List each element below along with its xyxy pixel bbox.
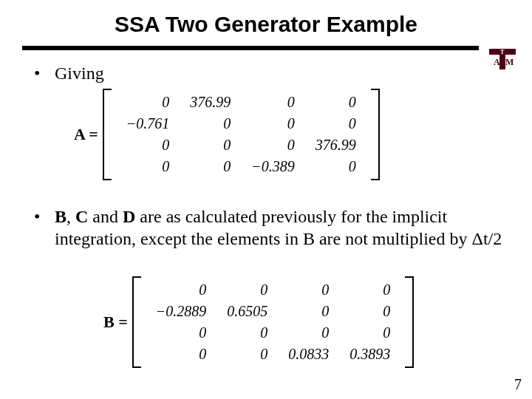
matrix-a-label: A = bbox=[74, 125, 98, 144]
matrix-b: B = 0 0 0 0 −0.2889 0.6505 0 0 0 0 0 0 bbox=[103, 276, 414, 368]
bullet-1-text: Giving bbox=[55, 62, 492, 84]
table-row: 0 376.99 0 0 bbox=[116, 92, 366, 113]
title-underline bbox=[22, 46, 479, 50]
svg-text:A: A bbox=[494, 57, 500, 67]
slide-title: SSA Two Generator Example bbox=[0, 12, 532, 37]
bracket-right-icon bbox=[405, 276, 414, 368]
matrix-a-table: 0 376.99 0 0 −0.761 0 0 0 0 0 0 376.99 0… bbox=[116, 92, 366, 177]
table-row: 0 0 0 0 bbox=[146, 279, 401, 301]
table-row: 0 0 0.0833 0.3893 bbox=[146, 344, 401, 365]
table-row: 0 0 −0.389 0 bbox=[116, 156, 366, 177]
table-row: −0.2889 0.6505 0 0 bbox=[146, 301, 401, 322]
page-number: 7 bbox=[514, 376, 522, 393]
bullet-dot-icon: • bbox=[34, 205, 40, 228]
table-row: −0.761 0 0 0 bbox=[116, 113, 366, 134]
table-row: 0 0 0 0 bbox=[146, 322, 401, 344]
svg-text:M: M bbox=[505, 57, 514, 67]
bullet-2: • B, C and D are as calculated previousl… bbox=[34, 205, 507, 250]
matrix-b-label: B = bbox=[103, 313, 128, 332]
table-row: 0 0 0 376.99 bbox=[116, 134, 366, 156]
bracket-right-icon bbox=[371, 89, 380, 180]
bracket-left-icon bbox=[132, 276, 141, 368]
slide: SSA Two Generator Example A M T • Giving… bbox=[0, 0, 532, 399]
bullet-1: • Giving bbox=[34, 62, 492, 84]
bullet-2-text: B, C and D are as calculated previously … bbox=[55, 205, 507, 250]
matrix-a: A = 0 376.99 0 0 −0.761 0 0 0 0 0 0 376.… bbox=[74, 89, 380, 180]
svg-text:T: T bbox=[500, 49, 505, 55]
bracket-left-icon bbox=[103, 89, 112, 180]
matrix-b-table: 0 0 0 0 −0.2889 0.6505 0 0 0 0 0 0 0 0 0… bbox=[146, 279, 401, 365]
bullet-dot-icon: • bbox=[34, 62, 40, 84]
